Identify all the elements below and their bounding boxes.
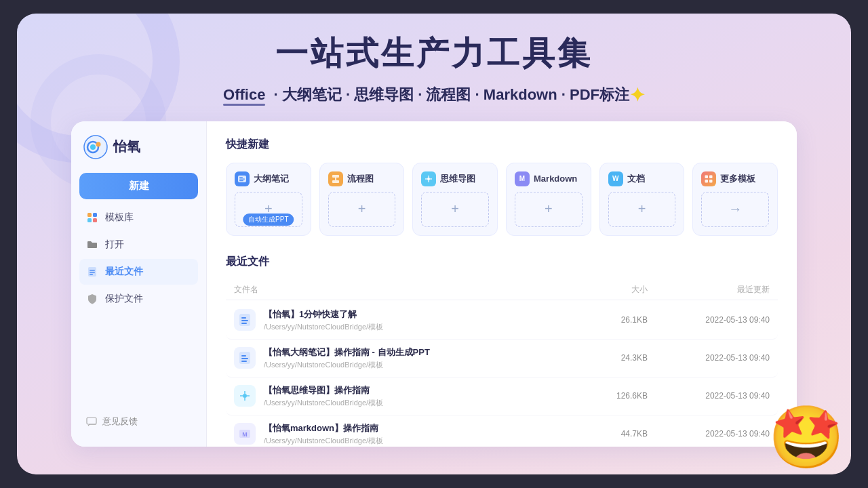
- svg-text:M: M: [242, 431, 248, 438]
- svg-point-37: [243, 394, 247, 398]
- svg-rect-5: [93, 213, 97, 217]
- file-size-4: 44.7KB: [580, 429, 648, 439]
- sidebar-item-label: 打开: [105, 239, 124, 251]
- quick-card-flowchart[interactable]: 流程图 +: [319, 163, 405, 236]
- svg-point-3: [96, 142, 101, 146]
- mindmap-label: 思维导图: [440, 173, 475, 185]
- svg-rect-4: [87, 213, 92, 217]
- file-date-4: 2022-05-13 09:40: [648, 429, 770, 439]
- svg-rect-34: [241, 355, 246, 357]
- file-row-3[interactable]: 【怡氧思维导图】操作指南 /Users/yy/NutstoreCloudBrid…: [226, 378, 778, 415]
- file-row-2[interactable]: 【怡氧大纲笔记】操作指南 - 自动生成PPT /Users/yy/Nutstor…: [226, 340, 778, 378]
- file-title-2: 【怡氧大纲笔记】操作指南 - 自动生成PPT: [264, 346, 580, 359]
- svg-rect-15: [239, 178, 245, 179]
- sidebar-item-label: 模板库: [105, 211, 134, 224]
- file-table-header: 文件名 大小 最近更新: [226, 280, 778, 300]
- svg-rect-27: [705, 180, 709, 183]
- markdown-plus[interactable]: +: [515, 192, 583, 227]
- shield-icon: [86, 293, 98, 305]
- flowchart-label: 流程图: [347, 173, 374, 185]
- markdown-label: Markdown: [534, 174, 577, 184]
- mindmap-icon: [421, 171, 436, 186]
- auto-ppt-badge: 自动生成PPT: [243, 214, 294, 226]
- svg-rect-30: [241, 317, 246, 319]
- file-icon-4: M: [234, 423, 256, 445]
- file-size-2: 24.3KB: [580, 353, 648, 363]
- sidebar: 怡氧 新建 模板库 打开 最近文件: [71, 121, 207, 447]
- file-title-4: 【怡氧markdown】操作指南: [264, 422, 580, 434]
- sidebar-item-open[interactable]: 打开: [79, 232, 198, 258]
- sidebar-item-protected[interactable]: 保护文件: [79, 286, 198, 312]
- svg-rect-18: [332, 180, 339, 183]
- file-info-4: 【怡氧markdown】操作指南 /Users/yy/NutstoreCloud…: [264, 422, 580, 446]
- svg-point-20: [427, 178, 430, 180]
- file-date-3: 2022-05-13 09:40: [648, 391, 770, 401]
- mascot-emoji: 🤩: [768, 407, 844, 468]
- file-info-3: 【怡氧思维导图】操作指南 /Users/yy/NutstoreCloudBrid…: [264, 384, 580, 408]
- subtitle-row: Office · 大纲笔记 · 思维导图 · 流程图 · Markdown · …: [17, 84, 851, 106]
- quick-card-markdown[interactable]: M Markdown +: [506, 163, 591, 236]
- file-path-4: /Users/yy/NutstoreCloudBridge/模板: [264, 436, 580, 446]
- document-plus[interactable]: +: [608, 192, 676, 227]
- more-icon: [701, 171, 716, 186]
- sidebar-item-template-lib[interactable]: 模板库: [79, 205, 198, 230]
- file-info-2: 【怡氧大纲笔记】操作指南 - 自动生成PPT /Users/yy/Nutstor…: [264, 346, 580, 370]
- file-icon-1: [234, 309, 256, 331]
- file-path-1: /Users/yy/NutstoreCloudBridge/模板: [264, 322, 580, 332]
- file-row-1[interactable]: 【怡氧】1分钟快速了解 /Users/yy/NutstoreCloudBridg…: [226, 302, 778, 340]
- quick-card-mindmap[interactable]: 思维导图 +: [412, 163, 498, 236]
- app-window: 怡氧 新建 模板库 打开 最近文件: [71, 121, 797, 447]
- svg-rect-9: [90, 270, 95, 271]
- svg-rect-6: [87, 218, 92, 222]
- file-size-3: 126.6KB: [580, 391, 648, 401]
- svg-rect-16: [239, 180, 243, 181]
- file-size-1: 26.1KB: [580, 315, 648, 325]
- feedback-button[interactable]: 意见反馈: [79, 410, 198, 433]
- quick-card-outline[interactable]: 大纲笔记 + 自动生成PPT: [226, 163, 311, 236]
- file-title-1: 【怡氧】1分钟快速了解: [264, 308, 580, 321]
- col-size: 大小: [580, 284, 648, 296]
- quick-card-more[interactable]: 更多模板 →: [692, 163, 778, 236]
- file-title-3: 【怡氧思维导图】操作指南: [264, 384, 580, 396]
- main-content: 快捷新建 大纲笔记 + 自动生成PPT: [207, 121, 797, 447]
- svg-rect-25: [705, 175, 709, 178]
- app-logo-icon: [83, 135, 108, 159]
- file-info-1: 【怡氧】1分钟快速了解 /Users/yy/NutstoreCloudBridg…: [264, 308, 580, 332]
- svg-rect-35: [241, 358, 248, 359]
- svg-rect-11: [90, 274, 93, 275]
- document-icon: W: [608, 171, 623, 186]
- outline-icon: [235, 171, 250, 186]
- mindmap-plus[interactable]: +: [421, 192, 489, 227]
- feedback-icon: [86, 416, 97, 427]
- more-arrow[interactable]: →: [701, 192, 769, 227]
- feedback-label: 意见反馈: [102, 415, 138, 428]
- svg-rect-12: [87, 418, 96, 424]
- sidebar-item-label: 保护文件: [105, 293, 143, 305]
- svg-rect-17: [332, 175, 339, 178]
- svg-rect-32: [241, 323, 247, 324]
- file-date-2: 2022-05-13 09:40: [648, 353, 770, 363]
- sidebar-item-recent[interactable]: 最近文件: [79, 259, 198, 285]
- file-path-2: /Users/yy/NutstoreCloudBridge/模板: [264, 360, 580, 370]
- flowchart-plus[interactable]: +: [328, 192, 396, 227]
- outer-card: 一站式生产力工具集 Office · 大纲笔记 · 思维导图 · 流程图 · M…: [17, 14, 851, 474]
- file-row-4[interactable]: M 【怡氧markdown】操作指南 /Users/yy/NutstoreClo…: [226, 415, 778, 447]
- quick-card-document[interactable]: W 文档 +: [599, 163, 685, 236]
- quick-cards-container: 大纲笔记 + 自动生成PPT 流程图 +: [226, 163, 778, 236]
- file-icon-3: [234, 385, 256, 407]
- main-title: 一站式生产力工具集: [17, 34, 851, 73]
- svg-rect-10: [90, 272, 95, 273]
- svg-rect-7: [93, 218, 97, 222]
- flowchart-icon: [328, 171, 343, 186]
- new-button[interactable]: 新建: [79, 173, 198, 199]
- star-sparkle-icon: ✦: [629, 84, 645, 106]
- svg-point-2: [90, 144, 96, 150]
- logo-row: 怡氧: [79, 135, 198, 159]
- file-path-3: /Users/yy/NutstoreCloudBridge/模板: [264, 398, 580, 408]
- doc-icon: [86, 266, 98, 278]
- outline-label: 大纲笔记: [254, 173, 289, 185]
- document-label: 文档: [627, 173, 645, 185]
- more-label: 更多模板: [720, 173, 755, 185]
- folder-icon: [86, 239, 98, 251]
- svg-rect-14: [239, 177, 243, 178]
